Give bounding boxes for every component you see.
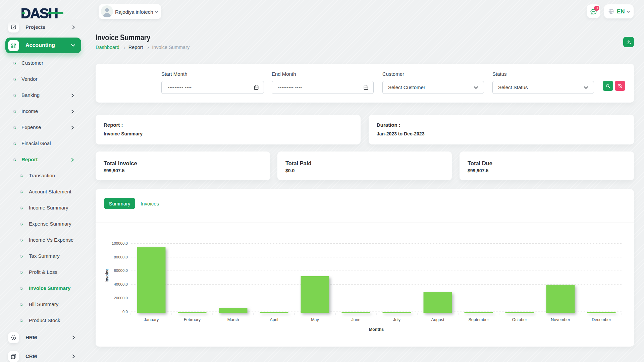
- svg-text:80000.0: 80000.0: [114, 255, 128, 259]
- svg-text:100000.0: 100000.0: [112, 241, 128, 245]
- svg-text:January: January: [144, 317, 159, 322]
- svg-text:October: October: [512, 317, 527, 322]
- svg-text:0.0: 0.0: [122, 310, 128, 314]
- svg-text:July: July: [393, 317, 401, 322]
- svg-text:April: April: [270, 317, 278, 322]
- svg-text:Months: Months: [369, 327, 384, 332]
- svg-text:September: September: [468, 317, 489, 322]
- svg-text:May: May: [311, 317, 319, 322]
- svg-text:March: March: [227, 317, 239, 322]
- svg-text:Invoice: Invoice: [105, 268, 109, 283]
- svg-text:20000.0: 20000.0: [114, 296, 128, 300]
- svg-text:November: November: [551, 317, 570, 322]
- svg-text:60000.0: 60000.0: [114, 268, 128, 273]
- svg-text:June: June: [351, 317, 360, 322]
- svg-text:40000.0: 40000.0: [114, 282, 128, 286]
- svg-text:August: August: [431, 317, 444, 322]
- svg-text:December: December: [592, 317, 611, 322]
- svg-text:February: February: [184, 317, 201, 322]
